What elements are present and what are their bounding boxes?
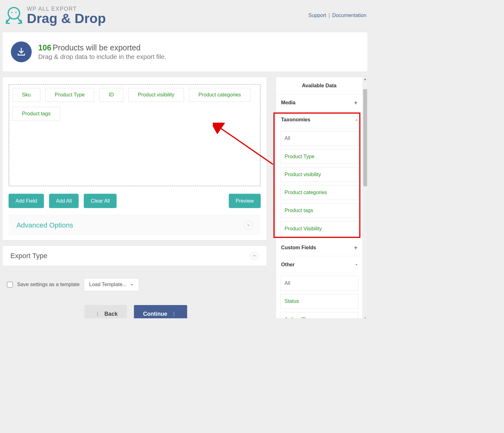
- plus-icon: +: [354, 100, 357, 106]
- available-data-sidebar: Available Data Media+ Taxonomies- All Pr…: [276, 77, 363, 318]
- scroll-down-icon: ▼: [363, 317, 368, 318]
- plus-icon: +: [354, 245, 357, 251]
- drop-zone[interactable]: Sku Product Type ID Product visibility P…: [9, 84, 261, 187]
- chevron-right-icon: 〉: [173, 311, 178, 318]
- save-template-checkbox[interactable]: [7, 282, 13, 288]
- export-summary-card: 106Products will be exported Drag & drop…: [2, 32, 368, 72]
- field-chip[interactable]: Sku: [13, 88, 40, 102]
- top-links: Support | Documentation: [308, 12, 366, 18]
- sidebar-section-taxonomies[interactable]: Taxonomies-: [276, 111, 363, 128]
- chevron-down-icon: [130, 283, 134, 286]
- add-all-button[interactable]: Add All: [49, 194, 79, 208]
- download-icon: [11, 41, 32, 62]
- footer-area: Save settings as a template Load Templat…: [2, 271, 267, 318]
- data-item[interactable]: Product categories: [280, 185, 358, 200]
- field-chip[interactable]: Product tags: [13, 107, 60, 121]
- data-item[interactable]: All: [280, 131, 358, 146]
- data-item[interactable]: Status: [280, 294, 358, 309]
- export-type-panel[interactable]: Export Type: [2, 245, 267, 266]
- field-builder-card: Sku Product Type ID Product visibility P…: [2, 77, 267, 240]
- export-subtitle: Drag & drop data to include in the expor…: [38, 53, 166, 61]
- svg-point-1: [11, 12, 13, 13]
- app-logo-icon: [4, 5, 24, 26]
- link-separator: |: [329, 12, 330, 18]
- advanced-options-label: Advanced Options: [16, 221, 73, 229]
- continue-button[interactable]: Continue 〉: [134, 305, 187, 318]
- chevron-left-icon: 〈: [94, 311, 99, 318]
- taxonomies-body: All Product Type Product visibility Prod…: [276, 128, 363, 236]
- chevron-down-icon: [244, 221, 253, 230]
- scroll-thumb[interactable]: [363, 89, 367, 186]
- preview-button[interactable]: Preview: [229, 194, 261, 208]
- documentation-link[interactable]: Documentation: [332, 12, 367, 18]
- minus-icon: -: [356, 116, 358, 123]
- svg-point-2: [15, 12, 17, 13]
- field-chip[interactable]: Product visibility: [129, 88, 184, 102]
- data-item[interactable]: Product Visibility: [280, 221, 358, 236]
- add-field-button[interactable]: Add Field: [9, 194, 44, 208]
- data-item[interactable]: Author ID: [280, 312, 358, 318]
- export-count-title: 106Products will be exported: [38, 43, 166, 52]
- advanced-options-panel[interactable]: Advanced Options: [9, 215, 261, 235]
- save-template-label: Save settings as a template: [17, 282, 79, 288]
- sidebar-section-media[interactable]: Media+: [276, 95, 363, 112]
- minus-icon: -: [356, 261, 358, 268]
- other-body: All Status Author ID: [276, 273, 363, 318]
- chevron-down-icon: [250, 251, 259, 260]
- back-button[interactable]: 〈 Back: [84, 305, 127, 318]
- field-chip[interactable]: Product categories: [189, 88, 250, 102]
- data-item[interactable]: Product tags: [280, 203, 358, 218]
- data-item[interactable]: All: [280, 276, 358, 291]
- field-chip[interactable]: Product Type: [45, 88, 94, 102]
- support-link[interactable]: Support: [308, 12, 326, 18]
- sidebar-section-custom-fields[interactable]: Custom Fields+: [276, 239, 363, 256]
- field-chip[interactable]: ID: [99, 88, 123, 102]
- load-template-dropdown[interactable]: Load Template...: [84, 278, 139, 291]
- export-type-label: Export Type: [10, 252, 47, 260]
- clear-all-button[interactable]: Clear All: [84, 194, 117, 208]
- data-item[interactable]: Product Type: [280, 149, 358, 164]
- sidebar-title: Available Data: [276, 77, 363, 95]
- sidebar-scrollbar[interactable]: ▲ ▼: [363, 77, 368, 318]
- data-item[interactable]: Product visibility: [280, 167, 358, 182]
- page-title: Drag & Drop: [27, 12, 106, 25]
- scroll-up-icon: ▲: [363, 78, 368, 81]
- sidebar-section-other[interactable]: Other-: [276, 256, 363, 273]
